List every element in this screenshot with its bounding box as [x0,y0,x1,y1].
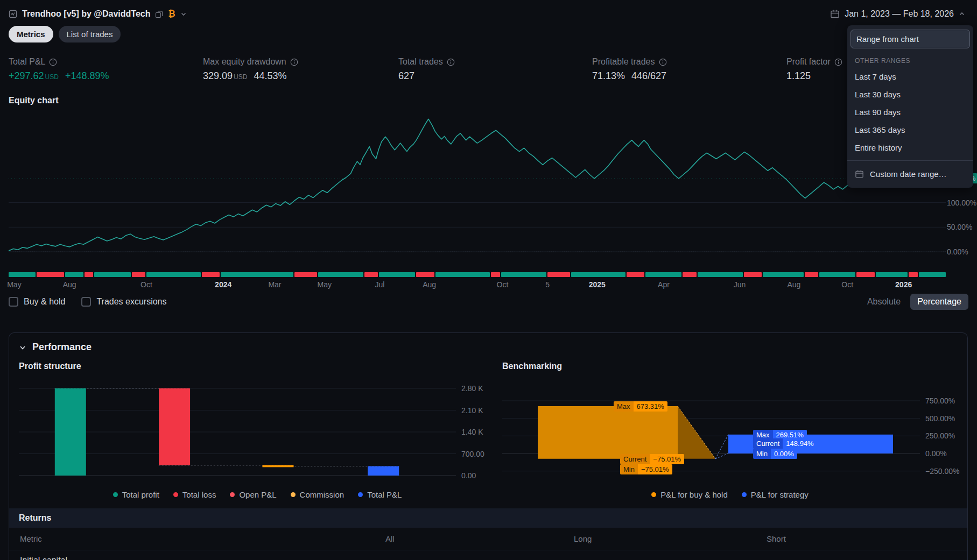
stat-label: Total P&L [9,57,45,67]
returns-section-header: Returns [9,508,967,528]
benchmarking-y-axis: 750.00%500.00%250.00%0.00%−250.00% [925,384,968,486]
menu-item-range-from-chart[interactable]: Range from chart [851,30,970,48]
trade-period-segment [37,272,64,277]
equity-x-label: Apr [658,280,670,289]
equity-x-label: Jul [375,280,384,289]
profit-structure-chart[interactable]: 2.80 K2.10 K1.40 K700.000.00 [19,378,496,486]
bar-total-loss [159,388,190,465]
tab-list-of-trades[interactable]: List of trades [59,26,121,42]
benchmark-y-tick: 250.00% [925,431,955,440]
stat-extra: 44.53% [254,70,286,82]
menu-item-last-30-days[interactable]: Last 30 days [847,86,973,103]
bar-total-p-l [368,466,399,476]
stat-label: Max equity drawdown [203,57,286,67]
equity-x-label: Oct [841,280,853,289]
stat-label: Profit factor [786,57,831,67]
trade-period-segment [132,272,145,277]
top-bar: Trendhoo [v5] by @DaviddTech ₿ Jan 1, 20… [9,5,968,23]
trade-period-segment [435,272,490,277]
stat-extra: 446/627 [631,70,666,82]
trade-period-segment [919,272,946,277]
legend-item[interactable]: Total profit [113,489,159,500]
trade-period-segment [645,272,681,277]
legend-dot [358,492,363,497]
row-metric-label: Initial capital [20,556,67,560]
profit-y-tick: 1.40 K [461,428,483,436]
menu-item-entire-history[interactable]: Entire history [847,139,973,157]
performance-charts-row: Profit structure 2.80 K2.10 K1.40 K700.0… [9,357,967,500]
equity-x-label: May [7,280,21,289]
absolute-option[interactable]: Absolute [861,294,907,310]
info-icon[interactable] [659,58,667,66]
equity-y-tick: 0.00% [947,247,968,256]
legend-item[interactable]: Commission [291,489,345,500]
legend-label: Commission [300,490,345,499]
strategy-tester-page: Trendhoo [v5] by @DaviddTech ₿ Jan 1, 20… [0,0,977,560]
checkbox-box[interactable] [81,297,91,307]
legend-item[interactable]: Open P&L [230,489,276,500]
menu-item-last-90-days[interactable]: Last 90 days [847,103,973,121]
trade-period-segment [94,272,130,277]
trade-period-segment [379,272,415,277]
source-icon[interactable] [155,10,163,18]
stat-total-pnl: Total P&L +297.62USD+148.89% [9,57,109,82]
info-icon[interactable] [290,58,298,66]
stat-profitable-trades: Profitable trades 71.13%446/627 [592,57,667,82]
equity-curve-svg [9,110,946,270]
chevron-down-icon[interactable] [180,11,187,17]
trade-period-segment [763,272,804,277]
overlay-checkboxes: Buy & hold Trades excursions [9,297,167,307]
legend-label: Total profit [122,490,159,499]
column-header-metric: Metric [20,534,42,543]
menu-item-last-365-days[interactable]: Last 365 days [847,121,973,139]
profit-y-tick: 2.10 K [461,406,483,415]
info-icon[interactable] [834,58,842,66]
trade-period-segment [202,272,220,277]
info-icon[interactable] [447,58,455,66]
date-range-button[interactable]: Jan 1, 2023 — Feb 18, 2026 [827,9,968,19]
profit-structure-title: Profit structure [19,361,496,371]
info-icon[interactable] [49,58,57,66]
stat-value: 1.125 [786,70,811,82]
menu-item-custom-date-range[interactable]: Custom date range… [847,165,973,183]
menu-item-last-7-days[interactable]: Last 7 days [847,68,973,86]
equity-y-tick: 50.00% [947,223,972,231]
performance-header[interactable]: Performance [9,333,967,357]
date-range-menu: Range from chart OTHER RANGES Last 7 day… [847,25,973,188]
profit-y-tick: 700.00 [461,450,484,458]
stat-extra: +148.89% [65,70,109,82]
stat-value: 627 [398,70,414,82]
equity-x-label: May [317,280,331,289]
column-header-short: Short [767,534,786,543]
trade-period-segment [9,272,36,277]
legend-dot [291,492,296,497]
performance-panel: Performance Profit structure 2.80 K2.10 … [9,332,968,560]
equity-x-label: Jun [734,280,746,289]
legend-item[interactable]: Total loss [173,489,216,500]
buy-and-hold-checkbox[interactable]: Buy & hold [9,297,65,307]
chart-controls-row: Buy & hold Trades excursions Absolute Pe… [9,294,968,310]
benchmark-y-tick: −250.00% [925,467,959,476]
trades-excursions-checkbox[interactable]: Trades excursions [81,297,166,307]
report-tabs: Metrics List of trades [9,26,121,42]
menu-divider [847,160,973,161]
trade-period-segment [571,272,625,277]
benchmarking-chart[interactable]: Max673.31%Current−75.01%Min−75.01%Max269… [502,378,958,486]
legend-label: Open P&L [239,490,276,499]
equity-x-label: 5 [545,280,550,289]
checkbox-box[interactable] [9,297,18,307]
profit-y-tick: 2.80 K [461,384,483,393]
legend-item[interactable]: Total P&L [358,489,402,500]
legend-item[interactable]: P&L for strategy [742,489,809,500]
trade-period-segment [364,272,378,277]
table-row: Initial capital 200.00USD [9,550,967,560]
equity-chart[interactable]: 100.00%50.00%0.00%148.75% [0,110,977,270]
percentage-option[interactable]: Percentage [910,294,968,310]
stat-value: 329.09 [203,70,233,81]
tab-metrics[interactable]: Metrics [9,26,53,42]
trade-period-segment [547,272,570,277]
legend-item[interactable]: P&L for buy & hold [651,489,728,500]
trade-period-segment [501,272,546,277]
trade-period-segment [146,272,201,277]
chevron-down-icon[interactable] [19,344,26,351]
